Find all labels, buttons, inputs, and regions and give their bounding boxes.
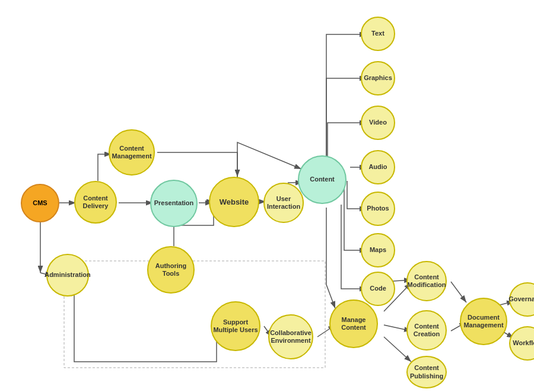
collaborative-environment-node: Collaborative Environment (268, 314, 313, 359)
svg-line-15 (451, 282, 466, 302)
workflow-node: Workflow (509, 326, 534, 361)
graphics-node: Graphics (361, 61, 395, 95)
content-node: Content (298, 155, 347, 204)
code-node: Code (361, 272, 395, 306)
manage-content-node: Manage Content (329, 299, 378, 348)
photos-node: Photos (361, 192, 395, 226)
cms-node: CMS (21, 184, 59, 222)
content-management-node: Content Management (109, 129, 155, 176)
user-interaction-node: User Interaction (263, 183, 304, 223)
content-creation-node: Content Creation (406, 310, 447, 350)
support-multiple-users-node: Support Multiple Users (211, 301, 260, 351)
presentation-node: Presentation (150, 180, 198, 227)
administration-node: Administration (46, 254, 89, 297)
content-publishing-node: Content Publishing (406, 356, 447, 388)
content-delivery-node: Content Delivery (74, 181, 117, 224)
audio-node: Audio (361, 150, 395, 184)
content-modification-node: Content Modification (406, 261, 447, 301)
website-node: Website (209, 177, 259, 227)
diagram: CMS Content Delivery Content Management … (0, 0, 534, 392)
video-node: Video (361, 106, 395, 140)
maps-node: Maps (361, 233, 395, 267)
governance-node: Governance (509, 282, 534, 317)
text-node: Text (361, 17, 395, 51)
document-management-node: Document Management (460, 298, 507, 345)
authoring-tools-node: Authoring Tools (147, 246, 195, 294)
svg-line-12 (384, 337, 411, 362)
